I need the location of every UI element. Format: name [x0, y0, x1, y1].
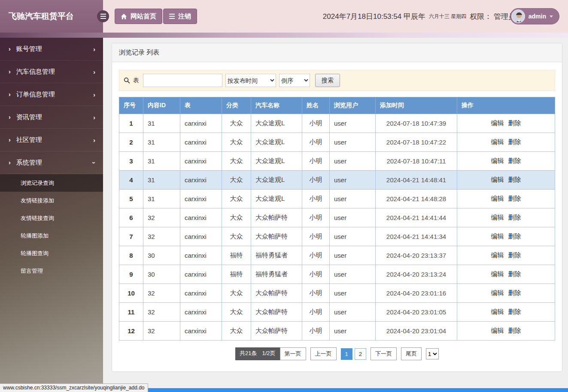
sidebar-item[interactable]: ›订单信息管理›	[0, 83, 103, 106]
edit-link[interactable]: 编辑	[491, 327, 504, 334]
delete-link[interactable]: 删除	[508, 195, 521, 202]
cell: carxinxi	[180, 171, 222, 190]
sidebar-subitem[interactable]: 友情链接添加	[0, 192, 103, 209]
edit-link[interactable]: 编辑	[491, 308, 504, 315]
edit-link[interactable]: 编辑	[491, 289, 504, 296]
delete-link[interactable]: 删除	[508, 327, 521, 334]
sidebar-subitem[interactable]: 轮播图添加	[0, 227, 103, 244]
prev-page-button[interactable]: 上一页	[310, 347, 337, 360]
cell: 大众	[222, 284, 251, 303]
cell: user	[330, 133, 376, 152]
cell: 小明	[302, 171, 330, 190]
edit-link[interactable]: 编辑	[491, 119, 504, 127]
edit-link[interactable]: 编辑	[491, 251, 504, 259]
search-icon	[124, 77, 130, 84]
cell: 大众途观L	[251, 133, 302, 152]
cell: carxinxi	[180, 227, 222, 246]
column-header: 浏览用户	[330, 97, 376, 114]
cell: user	[330, 227, 376, 246]
chevron-right-icon: ›	[93, 114, 95, 121]
cell: 福特勇猛者	[251, 246, 302, 265]
delete-link[interactable]: 删除	[508, 251, 521, 259]
cell: 2024-04-21 14:41:34	[376, 227, 457, 246]
actions-cell: 编辑 删除	[457, 227, 555, 246]
records-table: 序号内容ID表分类汽车名称姓名浏览用户添加时间操作 131carxinxi大众大…	[119, 97, 555, 341]
edit-link[interactable]: 编辑	[491, 232, 504, 240]
sidebar-item[interactable]: ›汽车信息管理›	[0, 60, 103, 83]
site-home-button[interactable]: 网站首页	[115, 9, 162, 24]
search-input[interactable]	[143, 74, 222, 87]
chevron-down-icon: ›	[91, 162, 98, 164]
table-row: 1032carxinxi大众大众帕萨特小明user2024-04-20 23:0…	[119, 284, 555, 303]
sidebar-item-label: 汽车信息管理	[16, 68, 93, 76]
sidebar-item[interactable]: ›系统管理›	[0, 151, 103, 174]
page-number-button[interactable]: 1	[341, 348, 352, 360]
cell: 2024-07-18 10:47:22	[376, 133, 457, 152]
delete-link[interactable]: 删除	[508, 289, 521, 296]
cell: 大众帕萨特	[251, 303, 302, 322]
cell: 31	[143, 114, 180, 133]
delete-link[interactable]: 删除	[508, 138, 521, 145]
edit-link[interactable]: 编辑	[491, 138, 504, 145]
menu-icon	[100, 16, 106, 17]
first-page-button[interactable]: 第一页	[280, 347, 306, 360]
last-page-button[interactable]: 尾页	[401, 347, 422, 360]
cell: 大众帕萨特	[251, 227, 302, 246]
brand-title: 飞驰汽车租赁平台	[9, 11, 74, 22]
cell: carxinxi	[180, 265, 222, 284]
actions-cell: 编辑 删除	[457, 152, 555, 171]
cell: 30	[143, 265, 180, 284]
edit-link[interactable]: 编辑	[491, 157, 504, 164]
cell: 小明	[302, 133, 330, 152]
user-menu[interactable]: admin	[510, 8, 559, 24]
sidebar-subitem[interactable]: 友情链接查询	[0, 209, 103, 227]
sidebar-item[interactable]: ›社区管理›	[0, 129, 103, 151]
edit-link[interactable]: 编辑	[491, 195, 504, 202]
edit-link[interactable]: 编辑	[491, 176, 504, 183]
delete-link[interactable]: 删除	[508, 119, 521, 127]
cell: carxinxi	[180, 114, 222, 133]
cell: 31	[143, 133, 180, 152]
sidebar-item[interactable]: ›账号管理›	[0, 38, 103, 60]
cell: 大众	[222, 152, 251, 171]
cell: 32	[143, 322, 180, 341]
delete-link[interactable]: 删除	[508, 232, 521, 240]
cell: 2024-04-20 23:13:37	[376, 246, 457, 265]
edit-link[interactable]: 编辑	[491, 214, 504, 221]
cell: 32	[143, 284, 180, 303]
cell: 小明	[302, 227, 330, 246]
search-button[interactable]: 搜索	[315, 74, 340, 87]
column-header: 操作	[457, 97, 555, 114]
cell: user	[330, 322, 376, 341]
delete-link[interactable]: 删除	[508, 308, 521, 315]
sidebar-item[interactable]: ›资讯管理›	[0, 106, 103, 129]
cell: 30	[143, 246, 180, 265]
next-page-button[interactable]: 下一页	[371, 347, 397, 360]
edit-link[interactable]: 编辑	[491, 270, 504, 277]
records-panel: 浏览记录 列表 表 按发布时间 倒序 搜索	[112, 43, 562, 372]
sidebar-subitem[interactable]: 轮播图查询	[0, 244, 103, 262]
sort-field-select[interactable]: 按发布时间	[225, 74, 276, 87]
pagination: 共21条 1/2页 第一页 上一页 12 下一页 尾页 1	[119, 347, 555, 360]
sidebar-subitem[interactable]: 留言管理	[0, 262, 103, 280]
page-number-button[interactable]: 2	[355, 348, 366, 360]
header-gradient-band	[0, 33, 568, 38]
delete-link[interactable]: 删除	[508, 214, 521, 221]
actions-cell: 编辑 删除	[457, 322, 555, 341]
cell: 福特勇猛者	[251, 265, 302, 284]
delete-link[interactable]: 删除	[508, 176, 521, 183]
chevron-right-icon: ›	[93, 68, 95, 75]
page-select[interactable]: 1	[426, 348, 439, 359]
sort-order-select[interactable]: 倒序	[279, 74, 310, 87]
cell: 大众途观L	[251, 171, 302, 190]
delete-link[interactable]: 删除	[508, 157, 521, 164]
table-row: 632carxinxi大众大众帕萨特小明user2024-04-21 14:41…	[119, 208, 555, 227]
delete-link[interactable]: 删除	[508, 270, 521, 277]
cell: 福特	[222, 265, 251, 284]
actions-cell: 编辑 删除	[457, 114, 555, 133]
cell: 大众帕萨特	[251, 208, 302, 227]
sidebar-toggle-button[interactable]	[97, 10, 109, 22]
sidebar-subitem[interactable]: 浏览记录查询	[0, 174, 103, 192]
cell: 小明	[302, 246, 330, 265]
logout-button[interactable]: 注销	[163, 9, 197, 24]
